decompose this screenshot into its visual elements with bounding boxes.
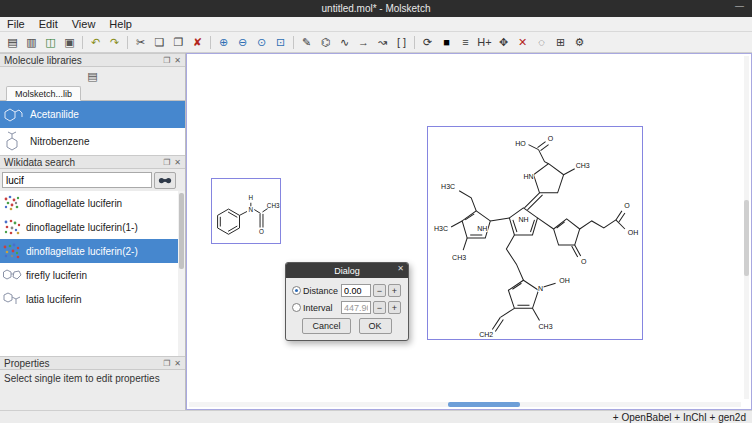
molecule-2d-thumbnail [2, 266, 22, 284]
float-panel-icon[interactable]: ❐ [163, 359, 170, 368]
wikidata-item-label: dinoflagellate luciferin [26, 198, 122, 209]
library-item-acetanilide[interactable]: Acetanilide [0, 101, 185, 128]
tab-molsketch-lib[interactable]: Molsketch...lib [6, 86, 81, 101]
reaction-arrow-icon[interactable]: → [354, 33, 373, 51]
open-file-icon[interactable]: ▥ [22, 33, 41, 51]
close-panel-icon[interactable]: ✕ [174, 359, 181, 368]
library-item-nitrobenzene[interactable]: Nitrobenzene [0, 128, 185, 155]
wikidata-item[interactable]: firefly luciferin [0, 263, 185, 287]
interval-label: Interval [303, 303, 339, 313]
new-document-icon[interactable]: ▤ [3, 33, 22, 51]
dialog-title-bar[interactable]: Dialog ✕ [286, 263, 408, 278]
interval-plus-button[interactable]: + [388, 301, 401, 314]
interval-radio[interactable] [292, 303, 301, 312]
copy-icon[interactable]: ❏ [150, 33, 169, 51]
library-tab-row: Molsketch...lib [0, 85, 185, 101]
save-icon[interactable]: ◫ [41, 33, 60, 51]
library-list: Acetanilide Nitrobenzene [0, 101, 185, 155]
atom-label: O [548, 135, 554, 142]
properties-hint: Select single item to edit properties [0, 370, 185, 410]
zoom-fit-icon[interactable]: ⊡ [271, 33, 290, 51]
molecule-3d-thumbnail [2, 218, 22, 236]
wikidata-scrollbar[interactable] [178, 191, 185, 356]
cancel-button[interactable]: Cancel [302, 318, 350, 334]
molecule-2d-thumbnail [2, 130, 26, 154]
ring-tool-icon[interactable]: ⌬ [316, 33, 335, 51]
interval-field[interactable] [341, 301, 371, 314]
canvas-vertical-scrollbar[interactable] [744, 56, 749, 399]
library-item-label: Acetanilide [30, 109, 79, 120]
window-title: untitled.mol* - Molsketch [322, 3, 431, 14]
scrollbar-thumb[interactable] [448, 402, 520, 407]
toolbar-separator [293, 36, 294, 49]
canvas-horizontal-scrollbar[interactable] [189, 402, 741, 407]
cut-icon[interactable]: ✂ [131, 33, 150, 51]
atom-label: NH [477, 225, 487, 232]
float-panel-icon[interactable]: ❐ [163, 158, 170, 167]
luciferin-selection-box[interactable]: HOOCH3HNNHH3CH3CNHCH3OOOHNOHCH3CH2 [427, 126, 643, 340]
hydrogen-plus-icon[interactable]: H+ [475, 33, 494, 51]
color-swatch-icon[interactable]: ■ [437, 33, 456, 51]
molecule-2d-thumbnail [2, 103, 26, 127]
export-image-icon[interactable]: ▣ [60, 33, 79, 51]
wikidata-item[interactable]: dinoflagellate luciferin [0, 191, 185, 215]
search-button[interactable] [154, 172, 176, 189]
bracket-tool-icon[interactable]: [ ] [392, 33, 411, 51]
properties-panel-title: Properties [4, 358, 50, 369]
zoom-out-icon[interactable]: ⊖ [233, 33, 252, 51]
move-tool-icon[interactable]: ✥ [494, 33, 513, 51]
menu-help[interactable]: Help [102, 18, 139, 30]
distance-radio[interactable] [292, 286, 301, 295]
distance-plus-button[interactable]: + [388, 284, 401, 297]
interval-minus-button[interactable]: − [373, 301, 386, 314]
acetanilide-selection-box[interactable]: HNOCH3 [211, 178, 281, 244]
libraries-panel-header: Molecule libraries ❐ ✕ [0, 53, 185, 67]
wikidata-item[interactable]: dinoflagellate luciferin(2-) [0, 239, 185, 263]
atom-label: N [249, 206, 254, 213]
line-width-icon[interactable]: ≡ [456, 33, 475, 51]
luciferin-structure: HOOCH3HNNHH3CH3CNHCH3OOOHNOHCH3CH2 [428, 127, 642, 339]
paste-icon[interactable]: ❐ [169, 33, 188, 51]
libraries-panel-title: Molecule libraries [4, 55, 82, 66]
chain-tool-icon[interactable]: ∿ [335, 33, 354, 51]
float-panel-icon[interactable]: ❐ [163, 56, 170, 65]
atom-label: HO [515, 140, 526, 147]
atom-label: CH3 [539, 323, 553, 330]
minimize-icon[interactable]: — [735, 1, 744, 11]
main-area: Molecule libraries ❐ ✕ ▤ Molsketch...lib [0, 53, 752, 410]
wikidata-item-label: dinoflagellate luciferin(1-) [26, 222, 138, 233]
menu-file[interactable]: File [0, 18, 32, 30]
rotate-tool-icon[interactable]: ⟳ [418, 33, 437, 51]
open-library-button[interactable]: ▤ [83, 70, 101, 83]
undo-icon[interactable]: ↶ [86, 33, 105, 51]
delete-tool-icon[interactable]: ✕ [513, 33, 532, 51]
distance-field[interactable] [341, 284, 371, 297]
scrollbar-thumb[interactable] [744, 200, 749, 275]
zoom-original-icon[interactable]: ⊙ [252, 33, 271, 51]
menu-view[interactable]: View [65, 18, 103, 30]
close-panel-icon[interactable]: ✕ [174, 56, 181, 65]
distance-minus-button[interactable]: − [373, 284, 386, 297]
search-input[interactable] [2, 172, 152, 188]
plugins-status-text: + OpenBabel + InChI + gen2d [613, 412, 746, 423]
scrollbar-thumb[interactable] [179, 193, 184, 269]
zoom-in-icon[interactable]: ⊕ [214, 33, 233, 51]
dialog-close-icon[interactable]: ✕ [397, 264, 404, 273]
wikidata-search-row [0, 169, 185, 191]
app-window: untitled.mol* - Molsketch — File Edit Vi… [0, 0, 752, 423]
wikidata-item[interactable]: dinoflagellate luciferin(1-) [0, 215, 185, 239]
close-panel-icon[interactable]: ✕ [174, 158, 181, 167]
settings-icon[interactable]: ⚙ [570, 33, 589, 51]
wikidata-panel-title: Wikidata search [4, 157, 75, 168]
title-bar[interactable]: untitled.mol* - Molsketch — [0, 0, 752, 17]
mechanism-arrow-icon[interactable]: ↝ [373, 33, 392, 51]
draw-tool-icon[interactable]: ✎ [297, 33, 316, 51]
ok-button[interactable]: OK [359, 318, 392, 334]
delete-icon[interactable]: ✘ [188, 33, 207, 51]
align-tool-icon[interactable]: ⊞ [551, 33, 570, 51]
lasso-tool-icon[interactable]: ◌ [532, 33, 551, 51]
wikidata-item[interactable]: latia luciferin [0, 287, 185, 311]
drawing-canvas[interactable]: HNOCH3 [186, 53, 752, 410]
menu-edit[interactable]: Edit [32, 18, 65, 30]
redo-icon[interactable]: ↷ [105, 33, 124, 51]
